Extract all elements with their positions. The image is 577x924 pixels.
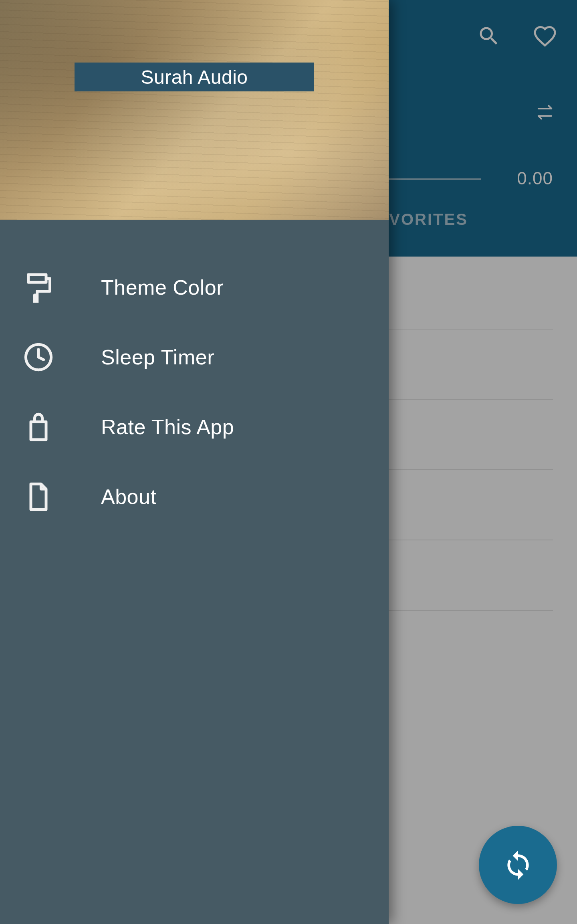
drawer-item-about[interactable]: About — [0, 462, 389, 532]
drawer-item-label: Theme Color — [101, 275, 224, 299]
drawer-item-rate-app[interactable]: Rate This App — [0, 392, 389, 462]
paint-roller-icon — [23, 272, 54, 303]
drawer-header-image: Surah Audio — [0, 0, 389, 220]
drawer-item-sleep-timer[interactable]: Sleep Timer — [0, 322, 389, 392]
refresh-fab[interactable] — [479, 826, 557, 904]
refresh-icon — [502, 849, 534, 881]
shopping-bag-icon — [23, 412, 54, 442]
drawer-item-label: Sleep Timer — [101, 345, 214, 369]
navigation-drawer: Surah Audio Theme ColorSleep TimerRate T… — [0, 0, 389, 924]
drawer-title: Surah Audio — [75, 63, 314, 91]
file-icon — [23, 481, 54, 512]
drawer-menu: Theme ColorSleep TimerRate This AppAbout — [0, 220, 389, 532]
clock-icon — [23, 342, 54, 372]
drawer-item-label: About — [101, 485, 156, 509]
drawer-item-theme-color[interactable]: Theme Color — [0, 253, 389, 322]
drawer-item-label: Rate This App — [101, 415, 234, 439]
